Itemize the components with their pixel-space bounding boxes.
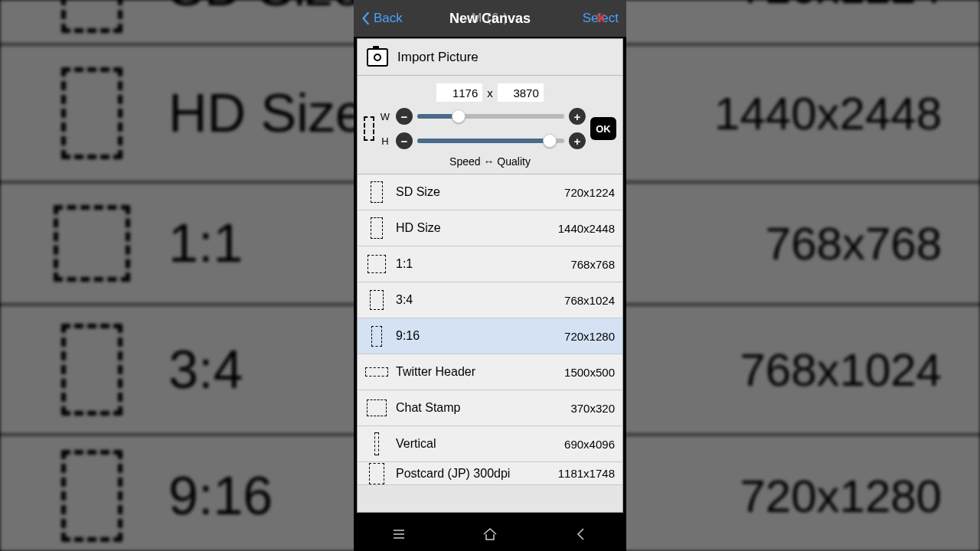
width-slider[interactable] — [417, 114, 564, 119]
preset-label: Twitter Header — [396, 365, 557, 379]
height-slider[interactable] — [417, 139, 564, 143]
preset-value: 768x1024 — [564, 294, 615, 307]
preset-shape-icon — [365, 326, 388, 347]
import-picture-row[interactable]: Import Picture — [358, 39, 622, 76]
preset-shape-icon — [365, 255, 388, 273]
import-label: Import Picture — [397, 50, 479, 65]
preset-list: SD Size720x1224HD Size1440x24481:1768x76… — [358, 174, 622, 485]
preset-row-1-1[interactable]: 1:1768x768 — [358, 246, 622, 282]
preset-row-vertical[interactable]: Vertical690x4096 — [358, 426, 622, 462]
preset-row-postcard-jp-300dpi[interactable]: Postcard (JP) 300dpi1181x1748 — [358, 462, 622, 485]
preset-label: 9:16 — [396, 329, 557, 343]
preset-shape-icon — [365, 463, 388, 484]
close-x-icon: ✕ — [595, 10, 606, 27]
speed-quality-label: Speed ↔ Quality — [364, 155, 616, 168]
preset-label: 1:1 — [396, 257, 563, 271]
custom-size-panel: 1176 x 3870 W − + — [358, 76, 622, 174]
preset-shape-icon — [365, 367, 388, 377]
preset-shape-icon — [365, 432, 388, 455]
height-slider-label: H — [379, 135, 391, 147]
preset-value: 370x320 — [570, 402, 615, 415]
preset-shape-icon — [365, 217, 388, 239]
preset-value: 690x4096 — [564, 438, 615, 451]
preset-value: 1181x1748 — [558, 467, 615, 480]
height-field[interactable]: 3870 — [498, 83, 544, 102]
preset-value: 551x980 — [564, 330, 615, 343]
nav-back-icon[interactable] — [573, 526, 590, 543]
preset-label: SD Size — [396, 185, 557, 199]
camera-icon — [367, 48, 388, 67]
width-plus-button[interactable]: + — [569, 108, 586, 125]
preset-row-chat-stamp[interactable]: Chat Stamp370x320 — [358, 390, 622, 426]
select-button[interactable]: Select ✕ — [583, 11, 619, 26]
aspect-preview-icon — [364, 116, 374, 141]
preset-label: Chat Stamp — [396, 401, 563, 415]
preset-value: 768x768 — [570, 258, 615, 271]
panel-body: Import Picture 1176 x 3870 W − — [357, 38, 623, 513]
width-slider-row: W − + — [379, 108, 586, 125]
preset-label: Vertical — [396, 437, 557, 451]
system-nav-bar — [354, 517, 626, 551]
preset-value: 1440x2448 — [558, 222, 615, 235]
preset-shape-icon — [365, 399, 388, 416]
dimension-readout: 1176 x 3870 — [364, 83, 616, 102]
preset-row-hd-size[interactable]: HD Size1440x2448 — [358, 210, 622, 246]
nav-home-icon[interactable] — [482, 526, 498, 543]
preset-shape-icon — [365, 290, 388, 310]
preset-value: 720x1224 — [564, 186, 615, 199]
width-slider-label: W — [379, 111, 391, 122]
height-minus-button[interactable]: − — [396, 132, 413, 149]
preset-shape-icon — [365, 181, 388, 203]
dimension-x: x — [487, 86, 493, 99]
height-slider-row: H − + — [379, 132, 586, 149]
preset-label: 3:4 — [396, 293, 557, 307]
preset-label: Postcard (JP) 300dpi — [396, 467, 550, 481]
preset-row-9-16[interactable]: 9:16720x1280 — [358, 318, 622, 354]
preset-row-sd-size[interactable]: SD Size720x1224 — [358, 174, 622, 210]
width-minus-button[interactable]: − — [396, 108, 413, 125]
preset-value: 1500x500 — [564, 366, 615, 379]
header-bar: M (6 ) Back New Canvas Select ✕ — [354, 0, 626, 37]
phone-frame: M (6 ) Back New Canvas Select ✕ Import P… — [354, 0, 626, 551]
ok-button[interactable]: OK — [590, 117, 616, 140]
preset-row-twitter-header[interactable]: Twitter Header1500x500 — [358, 354, 622, 390]
preset-row-3-4[interactable]: 3:4768x1024 — [358, 282, 622, 318]
width-field[interactable]: 1176 — [436, 83, 482, 102]
height-plus-button[interactable]: + — [569, 132, 586, 149]
nav-recent-icon[interactable] — [390, 526, 407, 543]
preset-label: HD Size — [396, 221, 550, 235]
